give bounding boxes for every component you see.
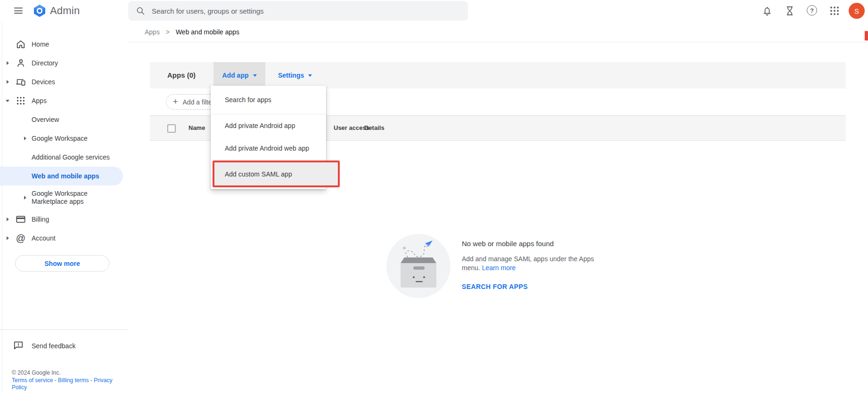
search-icon (136, 6, 145, 16)
hourglass-icon[interactable] (784, 5, 795, 16)
person-icon (16, 58, 26, 68)
account-avatar[interactable]: S (849, 3, 865, 19)
menu-item-add-private-android-web-app[interactable]: Add private Android web app (211, 137, 326, 160)
menu-item-add-private-android-app[interactable]: Add private Android app (211, 114, 326, 137)
search-input[interactable] (152, 7, 434, 15)
expand-arrow-icon[interactable] (7, 217, 9, 221)
sidebar-item-account[interactable]: @ Account (0, 229, 128, 248)
devices-icon (16, 77, 26, 87)
main-menu-icon[interactable] (14, 8, 23, 14)
feedback-bubble-icon (13, 340, 24, 351)
breadcrumb-current-page: Web and mobile apps (176, 28, 239, 36)
notifications-bell-icon[interactable] (762, 5, 773, 16)
paper-plane-icon (425, 241, 433, 247)
google-apps-grid-icon[interactable] (829, 5, 840, 16)
google-admin-logo-icon (33, 4, 46, 17)
breadcrumb-apps-link[interactable]: Apps (145, 28, 160, 36)
app-title: Admin (50, 5, 80, 17)
sidebar-item-marketplace-apps[interactable]: Google Workspace Marketplace apps (0, 185, 128, 210)
sidebar-item-home[interactable]: Home (0, 35, 128, 54)
home-icon (16, 39, 26, 49)
annotation-sliver (865, 31, 868, 40)
breadcrumb: Apps > Web and mobile apps (128, 22, 868, 42)
empty-state-description: Add and manage SAML apps under the Apps … (462, 255, 603, 273)
sidebar-item-web-and-mobile-apps[interactable]: Web and mobile apps (0, 167, 123, 185)
top-app-bar: Admin ? S (0, 0, 868, 22)
sidebar-item-devices[interactable]: Devices (0, 72, 128, 91)
expand-arrow-icon[interactable] (7, 61, 9, 65)
breadcrumb-separator: > (166, 28, 170, 36)
help-icon[interactable]: ? (807, 5, 818, 16)
expand-arrow-icon[interactable] (7, 236, 9, 240)
show-more-button[interactable]: Show more (15, 255, 109, 272)
sidebar-item-directory[interactable]: Directory (0, 54, 128, 72)
sidebar-navigation: Home Directory Devices (0, 22, 128, 393)
empty-state-title: No web or mobile apps found (462, 240, 554, 248)
expand-arrow-icon[interactable] (24, 136, 26, 140)
empty-box-illustration (386, 234, 450, 298)
expand-arrow-icon[interactable] (24, 196, 26, 200)
sidebar-item-google-workspace[interactable]: Google Workspace (0, 129, 128, 148)
sidebar-item-additional-google-services[interactable]: Additional Google services (0, 148, 128, 167)
apps-grid-icon (16, 96, 26, 106)
copyright-text: © 2024 Google Inc. (12, 369, 113, 377)
menu-item-add-custom-saml-app[interactable]: Add custom SAML app (213, 160, 340, 187)
terms-of-service-link[interactable]: Terms of service (12, 377, 53, 384)
search-for-apps-button[interactable]: SEARCH FOR APPS (462, 283, 528, 290)
send-feedback-button[interactable]: Send feedback (0, 337, 128, 355)
expand-arrow-icon[interactable] (7, 80, 9, 84)
collapse-arrow-icon[interactable] (6, 100, 9, 102)
sidebar-item-overview[interactable]: Overview (0, 110, 128, 129)
sidebar-footer: Send feedback © 2024 Google Inc. Terms o… (0, 329, 128, 393)
billing-terms-link[interactable]: Billing terms (58, 377, 89, 384)
billing-card-icon (16, 214, 26, 225)
menu-item-search-for-apps[interactable]: Search for apps (211, 86, 326, 114)
at-sign-icon: @ (16, 233, 26, 243)
sidebar-item-billing[interactable]: Billing (0, 210, 128, 229)
learn-more-link[interactable]: Learn more (482, 264, 516, 272)
global-search[interactable] (128, 1, 468, 21)
sidebar-item-apps[interactable]: Apps (0, 91, 128, 110)
